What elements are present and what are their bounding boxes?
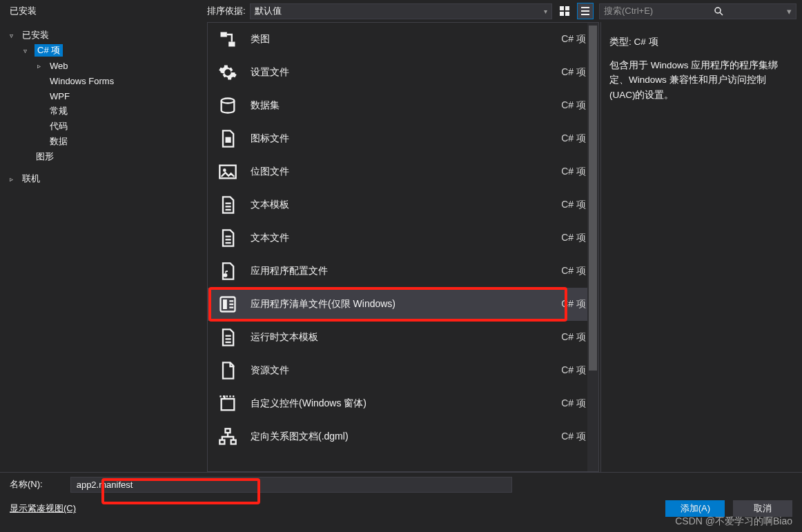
item-name: 文本文件 bbox=[251, 232, 549, 244]
chevron-down-icon: ▾ bbox=[787, 6, 792, 17]
name-input[interactable]: app2.manifest bbox=[70, 477, 512, 493]
template-item[interactable]: 定向关系图文档(.dgml) C# 项 bbox=[208, 420, 598, 453]
item-category: C# 项 bbox=[561, 431, 586, 443]
bitmap-icon bbox=[217, 161, 238, 182]
tree-data[interactable]: 数据 bbox=[0, 134, 207, 149]
text-file-icon bbox=[217, 327, 238, 348]
icon-file-icon bbox=[217, 128, 238, 149]
chevron-down-icon: ▾ bbox=[544, 8, 547, 15]
svg-rect-30 bbox=[222, 399, 235, 410]
template-item[interactable]: 运行时文本模板 C# 项 bbox=[208, 321, 598, 354]
template-item[interactable]: 自定义控件(Windows 窗体) C# 项 bbox=[208, 387, 598, 420]
item-name: 位图文件 bbox=[251, 166, 549, 178]
svg-rect-9 bbox=[221, 32, 227, 37]
compact-view-link[interactable]: 显示紧凑视图(C) bbox=[10, 502, 76, 515]
template-item[interactable]: 设置文件 C# 项 bbox=[208, 56, 598, 89]
item-name: 数据集 bbox=[251, 99, 549, 112]
tree-csharp-items[interactable]: ▿ C# 项 bbox=[0, 43, 207, 58]
template-item[interactable]: 数据集 C# 项 bbox=[208, 89, 598, 122]
template-item[interactable]: 图标文件 C# 项 bbox=[208, 122, 598, 155]
template-item[interactable]: 应用程序清单文件(仅限 Windows) C# 项 bbox=[208, 288, 598, 321]
name-label: 名称(N): bbox=[10, 478, 43, 491]
item-category: C# 项 bbox=[561, 364, 586, 377]
category-tree: ▿ 已安装 ▿ C# 项 ▹ Web Windows Forms WPF 常规 … bbox=[0, 22, 207, 472]
view-list-button[interactable] bbox=[577, 3, 594, 19]
svg-point-7 bbox=[715, 8, 721, 13]
svg-point-11 bbox=[222, 99, 235, 104]
item-name: 定向关系图文档(.dgml) bbox=[251, 431, 549, 443]
tree-installed[interactable]: ▿ 已安装 bbox=[0, 28, 207, 43]
search-placeholder: 搜索(Ctrl+E) bbox=[604, 5, 653, 17]
details-panel: 类型: C# 项 包含用于 Windows 应用程序的程序集绑定、Windows… bbox=[600, 22, 802, 472]
item-category: C# 项 bbox=[561, 132, 586, 145]
control-icon bbox=[217, 393, 238, 414]
manifest-icon bbox=[217, 294, 238, 315]
expand-icon: ▿ bbox=[23, 47, 32, 55]
svg-rect-23 bbox=[223, 299, 227, 309]
cancel-button[interactable]: 取消 bbox=[733, 500, 792, 517]
svg-rect-10 bbox=[228, 42, 235, 47]
expand-icon: ▹ bbox=[10, 175, 18, 183]
description: 包含用于 Windows 应用程序的程序集绑定、Windows 兼容性和用户访问… bbox=[609, 58, 794, 103]
tree-online[interactable]: ▹ 联机 bbox=[0, 171, 207, 186]
item-category: C# 项 bbox=[561, 265, 586, 277]
tree-wpf[interactable]: WPF bbox=[0, 88, 207, 104]
search-input[interactable]: 搜索(Ctrl+E) ▾ bbox=[599, 3, 796, 19]
type-value: C# 项 bbox=[634, 37, 658, 47]
text-file-icon bbox=[217, 195, 238, 215]
tree-graphics[interactable]: 图形 bbox=[0, 149, 207, 164]
template-item[interactable]: 应用程序配置文件 C# 项 bbox=[208, 255, 598, 288]
text-file-icon bbox=[217, 228, 238, 248]
svg-rect-34 bbox=[219, 440, 224, 444]
svg-rect-0 bbox=[560, 6, 564, 10]
item-category: C# 项 bbox=[561, 99, 586, 112]
svg-rect-2 bbox=[560, 12, 564, 16]
dataset-icon bbox=[217, 95, 238, 116]
resource-icon bbox=[217, 360, 238, 381]
item-name: 应用程序配置文件 bbox=[251, 265, 549, 277]
template-item[interactable]: 位图文件 C# 项 bbox=[208, 155, 598, 188]
svg-line-8 bbox=[720, 12, 723, 15]
svg-rect-1 bbox=[565, 6, 569, 10]
tree-web[interactable]: ▹ Web bbox=[0, 58, 207, 73]
sort-value: 默认值 bbox=[255, 5, 282, 17]
sort-label: 排序依据: bbox=[207, 5, 246, 17]
type-label: 类型: bbox=[609, 37, 632, 47]
item-category: C# 项 bbox=[561, 199, 586, 211]
template-item[interactable]: 文本文件 C# 项 bbox=[208, 221, 598, 255]
item-category: C# 项 bbox=[561, 397, 586, 410]
item-name: 应用程序清单文件(仅限 Windows) bbox=[251, 298, 549, 311]
installed-heading: 已安装 bbox=[10, 6, 37, 16]
template-item[interactable]: 资源文件 C# 项 bbox=[208, 354, 598, 387]
tree-winforms[interactable]: Windows Forms bbox=[0, 73, 207, 88]
add-button[interactable]: 添加(A) bbox=[665, 500, 725, 517]
dgml-icon bbox=[217, 426, 238, 447]
item-category: C# 项 bbox=[561, 166, 586, 178]
item-name: 设置文件 bbox=[251, 66, 549, 79]
svg-rect-33 bbox=[226, 428, 231, 433]
config-icon bbox=[217, 261, 238, 282]
sort-combo[interactable]: 默认值 ▾ bbox=[250, 3, 552, 19]
item-name: 资源文件 bbox=[251, 364, 549, 377]
item-category: C# 项 bbox=[561, 232, 586, 244]
item-name: 运行时文本模板 bbox=[251, 331, 549, 344]
tree-code[interactable]: 代码 bbox=[0, 119, 207, 134]
search-icon bbox=[714, 6, 723, 16]
item-category: C# 项 bbox=[561, 33, 586, 46]
expand-icon: ▿ bbox=[10, 32, 18, 39]
tree-general[interactable]: 常规 bbox=[0, 104, 207, 119]
template-item[interactable]: 类图 C# 项 bbox=[208, 23, 598, 56]
watermark: CSDN @不爱学习的啊Biao bbox=[675, 515, 792, 528]
item-category: C# 项 bbox=[561, 331, 586, 344]
template-item[interactable]: 文本模板 C# 项 bbox=[208, 188, 598, 221]
svg-rect-35 bbox=[231, 440, 236, 444]
item-name: 自定义控件(Windows 窗体) bbox=[251, 397, 549, 410]
class-diagram-icon bbox=[217, 29, 238, 50]
template-list: 类图 C# 项 设置文件 C# 项 数据集 C# 项 图标文件 C# 项 位图文… bbox=[207, 22, 599, 472]
item-category: C# 项 bbox=[561, 66, 586, 79]
scrollbar[interactable] bbox=[587, 23, 598, 471]
scrollbar-thumb[interactable] bbox=[589, 26, 597, 371]
item-name: 图标文件 bbox=[251, 132, 549, 145]
svg-point-14 bbox=[223, 168, 226, 172]
view-grid-button[interactable] bbox=[556, 3, 573, 19]
